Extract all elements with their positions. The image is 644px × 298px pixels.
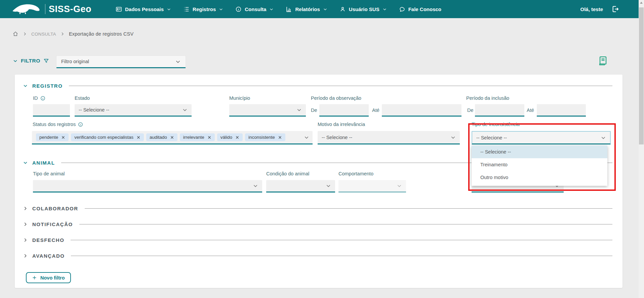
info-icon[interactable] [40,96,45,101]
user-area: Olá, teste [580,5,619,13]
filter-section-title: FILTRO [21,58,40,64]
estado-value: -- Selecione -- [79,107,109,113]
status-registros-multiselect[interactable]: pendente verificando com especialistas a… [32,131,313,144]
menu-item-dados-pessoais[interactable]: Dados Pessoais [116,6,171,12]
funnel-icon [43,58,49,64]
chevron-down-icon [397,183,402,188]
tipo-animal-label: Tipo de animal [33,171,65,176]
dropdown-option-treinamento[interactable]: Treinamento [472,158,607,171]
dropdown-option-selecione[interactable]: -- Selecione -- [472,145,607,158]
section-divider [71,240,612,240]
inclusao-de-label: De [467,108,474,113]
periodo-observacao-label: Período da observação [311,95,361,101]
observacao-de-input[interactable] [319,104,369,117]
section-divider [79,224,612,224]
chevron-right-icon [23,238,28,243]
section-title-desfecho: DESFECHO [32,237,64,243]
bar-chart-icon [286,6,292,12]
condicao-animal-label: Condição do animal [266,171,309,176]
section-header-desfecho[interactable]: DESFECHO [23,237,612,243]
id-input[interactable] [33,104,70,117]
logout-icon[interactable] [611,5,619,13]
chevron-down-icon [323,7,327,11]
observacao-ate-label: Até [372,108,379,113]
brand-logo[interactable]: SISS-Geo [12,3,91,15]
menu-item-consulta[interactable]: Consulta [235,6,274,12]
menu-label: Relatórios [295,6,320,12]
comportamento-select[interactable] [338,180,406,193]
menu-item-relatorios[interactable]: Relatórios [286,6,327,12]
section-divider [85,208,613,209]
comportamento-label: Comportamento [338,171,373,176]
chevron-down-icon [326,183,331,188]
chevron-down-icon [182,107,188,113]
section-header-avancado[interactable]: AVANÇADO [23,253,612,259]
breadcrumb-consulta[interactable]: CONSULTA [31,32,56,37]
estado-select[interactable]: -- Selecione -- [75,104,192,117]
chevron-down-icon [450,135,456,140]
observacao-ate-input[interactable] [382,104,461,117]
menu-label: Registros [193,6,216,12]
filters-panel: REGISTRO ID Estado Município Período da … [15,75,622,288]
condicao-animal-select[interactable] [266,180,335,193]
section-title-avancado: AVANÇADO [32,253,65,259]
scrollbar-up-arrow[interactable] [640,2,643,4]
status-chip: pendente [36,133,69,141]
observacao-de-label: De [311,108,317,113]
section-header-registro[interactable]: REGISTRO [23,83,612,89]
chevron-down-icon [383,7,387,11]
records-log-icon[interactable] [598,56,607,66]
breadcrumb-current: Exportação de registros CSV [69,31,133,37]
section-header-colaborador[interactable]: COLABORADOR [23,206,612,211]
menu-label: Dados Pessoais [125,6,164,12]
dropdown-option-outro-motivo[interactable]: Outro motivo [472,171,607,184]
saved-filter-select[interactable]: Filtro original [56,56,186,68]
section-header-notificacao[interactable]: NOTIFICAÇÃO [23,221,612,227]
status-chip: auditado [146,133,177,141]
section-divider [71,256,612,256]
tipo-value: -- Selecione -- [476,135,507,140]
remove-chip-icon[interactable] [136,135,140,139]
section-title-notificacao: NOTIFICAÇÃO [32,221,73,227]
breadcrumb: CONSULTA Exportação de registros CSV [12,31,133,37]
menu-label: Fale Conosco [408,6,441,12]
info-icon[interactable] [78,122,83,127]
user-icon [339,6,346,12]
menu-label: Usuário SUS [349,6,379,12]
info-circle-icon [235,6,242,12]
remove-chip-icon[interactable] [170,135,174,139]
chevron-down-icon [269,7,274,11]
menu-item-registros[interactable]: Registros [183,6,223,12]
status-chip: válido [217,133,243,141]
motivo-irrelevancia-select[interactable]: -- Selecione -- [318,131,460,144]
menu-item-fale-conosco[interactable]: Fale Conosco [399,6,441,12]
inclusao-ate-label: Até [527,108,534,113]
menu-item-usuario-sus[interactable]: Usuário SUS [339,6,387,12]
menu-label: Consulta [245,6,266,12]
periodo-inclusao-label: Período da inclusão [466,95,509,101]
tipo-animal-select[interactable] [33,180,262,193]
status-chip: verificando com especialistas [71,133,144,141]
home-icon[interactable] [12,31,18,37]
remove-chip-icon[interactable] [207,135,211,139]
municipio-select[interactable] [229,104,306,117]
remove-chip-icon[interactable] [61,135,65,139]
vertical-scrollbar[interactable] [639,0,644,298]
remove-chip-icon[interactable] [235,135,239,139]
inclusao-ate-input[interactable] [537,104,586,117]
tipo-inconsistencia-select[interactable]: -- Selecione -- [472,131,611,144]
brand-divider [45,4,45,14]
top-navbar: SISS-Geo Dados Pessoais Registros [0,0,639,18]
filter-section-toggle[interactable]: FILTRO [13,58,49,64]
saved-filter-value: Filtro original [61,59,89,64]
inclusao-de-input[interactable] [475,104,524,117]
remove-chip-icon[interactable] [278,135,282,139]
scrollbar-thumb[interactable] [639,7,644,144]
chevron-down-icon [23,83,28,88]
new-filter-button[interactable]: Novo filtro [26,272,71,283]
chevron-down-icon [175,59,181,65]
chevron-right-icon [23,32,27,36]
chevron-right-icon [61,32,65,36]
section-title-registro: REGISTRO [32,83,63,89]
chevron-down-icon [167,7,171,11]
